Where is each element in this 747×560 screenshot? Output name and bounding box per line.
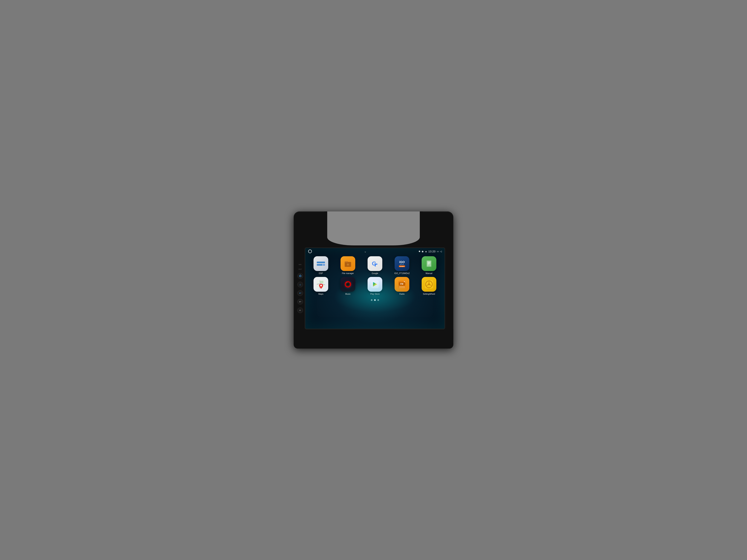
radio-icon: FM	[394, 277, 409, 292]
svg-rect-4	[345, 261, 348, 263]
status-left	[308, 249, 312, 253]
location-icon: ◉	[421, 250, 424, 253]
svg-point-6	[347, 264, 348, 265]
dsp-label: DSP	[319, 272, 323, 274]
page-dot-1[interactable]	[371, 299, 372, 301]
music-icon	[340, 277, 355, 292]
car-radio-frame: MIC RST ⏻ ⌂ ↩ 4+ 4-	[294, 211, 453, 349]
rst-label: RST	[299, 268, 302, 270]
side-buttons-left: MIC RST ⏻ ⌂ ↩ 4+ 4-	[296, 262, 305, 315]
app-maps[interactable]: Maps	[309, 277, 333, 295]
bottom-frame	[294, 329, 453, 342]
radio-label: Radio	[399, 293, 405, 295]
playstore-label: Play Store	[370, 293, 380, 295]
page-dots	[305, 298, 444, 302]
status-bar: ⌄ ✱ ◉ ▲ 13:20 ▭ ◁	[305, 248, 444, 255]
manual-label: Manual	[426, 272, 433, 274]
recents-button[interactable]: ▭	[437, 250, 439, 253]
svg-text:FM: FM	[400, 283, 404, 285]
svg-rect-16	[320, 281, 323, 283]
playstore-icon	[367, 277, 382, 292]
volume-down-icon: 4-	[299, 309, 301, 311]
svg-point-38	[402, 287, 403, 288]
app-filemanager[interactable]: File manager	[336, 256, 360, 274]
svg-point-18	[320, 285, 322, 286]
settingwheel-label: SettingWheel	[423, 293, 435, 295]
svg-point-34	[404, 287, 405, 287]
top-arch-cutout	[324, 211, 423, 248]
volume-up-button[interactable]: 4+	[297, 299, 303, 304]
svg-point-31	[401, 287, 402, 287]
app-playstore[interactable]: Play Store	[363, 277, 387, 295]
app-manual[interactable]: Manual	[417, 256, 441, 274]
status-center: ⌄	[312, 250, 418, 253]
svg-rect-2	[323, 264, 325, 266]
svg-rect-1	[317, 264, 323, 266]
svg-point-30	[400, 287, 401, 287]
back-icon: ↩	[299, 292, 301, 295]
svg-rect-0	[317, 262, 325, 263]
app-settingwheel[interactable]: SettingWheel	[417, 277, 441, 295]
svg-point-40	[404, 287, 405, 288]
dsp-icon	[313, 256, 328, 271]
igo-label: IGO_P719WDv2	[394, 272, 410, 274]
svg-point-35	[400, 287, 400, 288]
page-dot-3[interactable]	[378, 299, 379, 301]
settingwheel-icon	[421, 277, 436, 292]
home-icon: ⌂	[299, 283, 301, 286]
maps-icon	[313, 277, 328, 292]
filemanager-label: File manager	[342, 272, 354, 274]
app-igo[interactable]: iGO primo nextgen IGO_P719WDv2	[390, 256, 414, 274]
bluetooth-icon: ✱	[418, 250, 420, 253]
page-dot-2[interactable]	[374, 299, 376, 301]
igo-icon: iGO primo nextgen	[394, 256, 409, 271]
app-grid: DSP File manager	[305, 255, 444, 298]
svg-point-36	[400, 287, 401, 288]
volume-up-icon: 4+	[299, 301, 301, 303]
scene: MIC RST ⏻ ⌂ ↩ 4+ 4-	[294, 210, 453, 350]
mic-label: MIC	[299, 264, 302, 265]
back-nav-button[interactable]: ◁	[440, 250, 442, 253]
svg-point-39	[403, 287, 404, 288]
status-right: ✱ ◉ ▲ 13:20 ▭ ◁	[418, 250, 442, 253]
svg-point-37	[401, 287, 402, 288]
notification-chevron[interactable]: ⌄	[364, 250, 366, 253]
back-button[interactable]: ↩	[297, 290, 303, 296]
svg-point-33	[403, 287, 404, 287]
manual-icon	[421, 256, 436, 271]
android-screen: ⌄ ✱ ◉ ▲ 13:20 ▭ ◁	[305, 247, 445, 329]
filemanager-icon	[340, 256, 355, 271]
app-music[interactable]: Music	[336, 277, 360, 295]
power-button[interactable]: ⏻	[297, 273, 303, 279]
maps-label: Maps	[318, 293, 323, 295]
app-radio[interactable]: FM	[390, 277, 414, 295]
music-label: Music	[345, 293, 351, 295]
svg-rect-11	[427, 261, 431, 266]
wifi-icon: ▲	[425, 250, 427, 252]
app-dsp[interactable]: DSP	[309, 256, 333, 274]
svg-point-46	[428, 283, 430, 285]
power-icon: ⏻	[299, 274, 302, 277]
volume-down-button[interactable]: 4-	[297, 308, 303, 313]
svg-point-29	[400, 287, 400, 287]
status-time: 13:20	[429, 250, 436, 253]
svg-point-32	[402, 287, 403, 287]
svg-point-22	[347, 283, 349, 285]
svg-rect-9	[375, 264, 376, 266]
app-google[interactable]: G Google	[363, 256, 387, 274]
home-circle-button[interactable]	[308, 249, 312, 253]
middle-section: MIC RST ⏻ ⌂ ↩ 4+ 4-	[294, 247, 453, 329]
google-label: Google	[372, 272, 378, 274]
google-icon: G	[367, 256, 382, 271]
home-button[interactable]: ⌂	[297, 282, 303, 287]
